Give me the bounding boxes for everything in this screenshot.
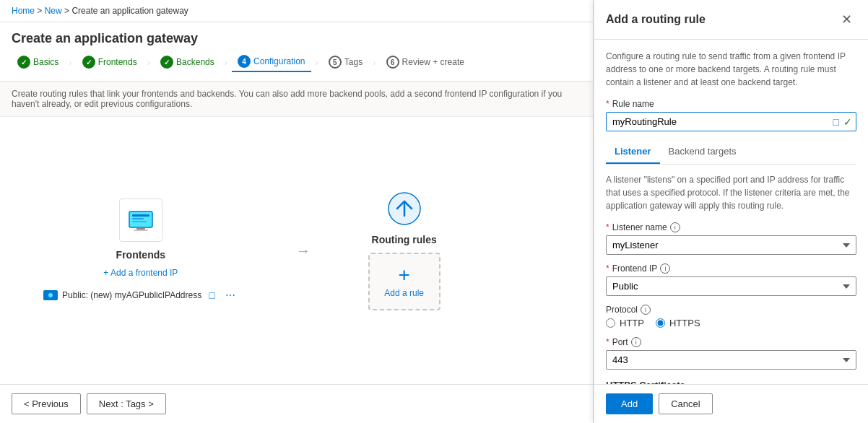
rule-name-check-icon: ✓	[842, 115, 854, 129]
rule-name-label-text: Rule name	[612, 99, 654, 109]
step-basics-circle: ✓	[17, 56, 30, 69]
frontends-component: Frontends + Add a frontend IP Public: (n…	[43, 199, 238, 302]
listener-description: A listener "listens" on a specified port…	[606, 173, 856, 212]
panel-content: Configure a routing rule to send traffic…	[594, 40, 868, 384]
rule-name-input[interactable]	[606, 112, 856, 131]
tab-backend-targets[interactable]: Backend targets	[660, 140, 745, 164]
tab-listener[interactable]: Listener	[606, 140, 660, 164]
frontend-ip-label: * Frontend IP i	[606, 263, 856, 274]
port-select[interactable]: 443	[606, 350, 856, 370]
page-description: Create routing rules that link your fron…	[0, 82, 593, 117]
breadcrumb: Home > New > Create an application gatew…	[0, 0, 593, 22]
rule-name-label: * Rule name	[606, 99, 856, 109]
listener-name-group: * Listener name i myListener	[606, 222, 856, 255]
frontend-ip-select[interactable]: Public Private	[606, 276, 856, 296]
arrow-connector: →	[296, 243, 311, 259]
add-rule-box[interactable]: + Add a rule	[368, 253, 440, 310]
port-label: * Port i	[606, 337, 856, 347]
listener-name-label: * Listener name i	[606, 222, 856, 232]
bottom-bar: < Previous Next : Tags >	[0, 384, 593, 423]
frontend-ip-label-text: Frontend IP	[612, 263, 658, 274]
routing-rules-component: Routing rules + Add a rule	[368, 191, 440, 310]
routing-rule-panel: Add a routing rule ✕ Configure a routing…	[594, 0, 868, 423]
frontend-ip-info-icon[interactable]: i	[660, 263, 670, 274]
port-info-icon[interactable]: i	[631, 337, 641, 347]
step-frontends[interactable]: ✓ Frontends	[77, 53, 143, 71]
panel-title: Add a routing rule	[606, 13, 706, 26]
step-basics-label: Basics	[33, 57, 58, 67]
protocol-http-label: HTTP	[620, 318, 644, 328]
svg-rect-1	[132, 214, 149, 217]
port-group: * Port i 443	[606, 337, 856, 370]
svg-rect-2	[132, 218, 144, 219]
add-button[interactable]: Add	[606, 393, 653, 414]
step-configuration-circle: 4	[238, 55, 251, 68]
svg-rect-4	[136, 227, 145, 230]
svg-point-7	[48, 293, 53, 297]
breadcrumb-home[interactable]: Home	[12, 6, 35, 16]
step-frontends-circle: ✓	[82, 56, 95, 69]
listener-name-info-icon[interactable]: i	[670, 222, 680, 232]
protocol-radio-group: HTTP HTTPS	[606, 318, 856, 328]
add-rule-label: Add a rule	[384, 288, 424, 298]
step-review-label: Review + create	[402, 57, 464, 67]
listener-name-select[interactable]: myListener	[606, 235, 856, 255]
step-backends-circle: ✓	[160, 56, 173, 69]
listener-name-label-text: Listener name	[612, 222, 667, 232]
rule-name-group: * Rule name □ ✓	[606, 99, 856, 131]
rule-name-input-wrapper: □ ✓	[606, 112, 856, 131]
step-tags-circle: 5	[329, 56, 342, 69]
protocol-https-radio[interactable]	[656, 318, 665, 328]
step-review[interactable]: 6 Review + create	[381, 53, 470, 71]
rule-name-copy-icon[interactable]: □	[832, 115, 841, 129]
page-title: Create an application gateway	[0, 22, 593, 52]
routing-rules-icon	[386, 191, 422, 227]
protocol-https-label: HTTPS	[669, 318, 700, 328]
protocol-group: Protocol i HTTP HTTPS	[606, 305, 856, 328]
frontends-label: Frontends	[116, 249, 165, 261]
listener-name-input-wrapper: myListener	[606, 235, 856, 255]
panel-footer: Add Cancel	[594, 384, 868, 423]
step-backends-label: Backends	[176, 57, 214, 67]
protocol-http-radio[interactable]	[606, 318, 615, 328]
panel-close-button[interactable]: ✕	[837, 10, 856, 29]
frontend-more-button[interactable]: ⋯	[222, 288, 238, 302]
frontends-icon	[119, 199, 162, 242]
previous-button[interactable]: < Previous	[12, 393, 81, 414]
breadcrumb-current: Create an application gateway	[71, 6, 188, 16]
protocol-info-icon[interactable]: i	[641, 305, 651, 315]
port-label-text: Port	[612, 337, 628, 347]
cancel-button[interactable]: Cancel	[659, 393, 712, 414]
protocol-https-option[interactable]: HTTPS	[656, 318, 700, 328]
step-frontends-label: Frontends	[98, 57, 137, 67]
add-frontend-ip-link[interactable]: + Add a frontend IP	[103, 268, 178, 278]
frontend-item-label: Public: (new) myAGPublicIPAddress	[62, 290, 201, 300]
frontend-copy-button[interactable]: □	[206, 288, 217, 302]
frontend-item-icon	[43, 290, 58, 300]
step-backends[interactable]: ✓ Backends	[155, 53, 220, 71]
panel-header: Add a routing rule ✕	[594, 0, 868, 40]
add-rule-plus-icon: +	[398, 265, 409, 285]
svg-rect-3	[132, 221, 147, 222]
step-tags-label: Tags	[344, 57, 363, 67]
frontend-item: Public: (new) myAGPublicIPAddress □ ⋯	[43, 288, 238, 302]
panel-tabs: Listener Backend targets	[606, 140, 856, 165]
protocol-http-option[interactable]: HTTP	[606, 318, 644, 328]
protocol-label-text: Protocol	[606, 305, 638, 315]
panel-description: Configure a routing rule to send traffic…	[606, 50, 856, 89]
wizard-steps: ✓ Basics › ✓ Frontends › ✓ Backends › 4 …	[0, 52, 593, 82]
step-basics[interactable]: ✓ Basics	[12, 53, 64, 71]
protocol-label: Protocol i	[606, 305, 856, 315]
step-tags[interactable]: 5 Tags	[323, 53, 368, 71]
main-canvas: Frontends + Add a frontend IP Public: (n…	[0, 117, 593, 384]
breadcrumb-new[interactable]: New	[45, 6, 62, 16]
routing-rules-label: Routing rules	[372, 234, 437, 245]
frontend-ip-group: * Frontend IP i Public Private	[606, 263, 856, 296]
step-review-circle: 6	[386, 56, 399, 69]
step-configuration[interactable]: 4 Configuration	[232, 52, 311, 72]
step-configuration-label: Configuration	[253, 56, 305, 66]
svg-rect-5	[134, 230, 148, 231]
next-button[interactable]: Next : Tags >	[87, 393, 166, 414]
